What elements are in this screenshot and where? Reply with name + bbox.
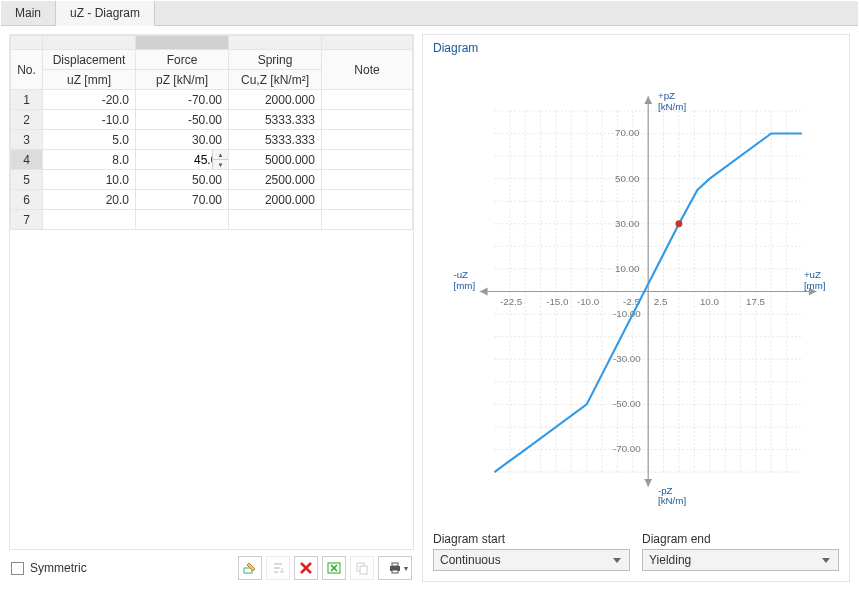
- svg-text:-10.00: -10.00: [613, 308, 641, 319]
- symmetric-checkbox[interactable]: Symmetric: [11, 561, 238, 575]
- col-disp-2: uZ [mm]: [43, 70, 136, 90]
- cell-note[interactable]: [321, 90, 412, 110]
- symmetric-label: Symmetric: [30, 561, 87, 575]
- svg-rect-5: [392, 563, 398, 566]
- col-note: Note: [321, 50, 412, 90]
- tab-main[interactable]: Main: [1, 1, 56, 25]
- spinner-down-icon[interactable]: ▼: [213, 160, 228, 169]
- svg-text:[mm]: [mm]: [453, 280, 475, 291]
- cell-spring[interactable]: 2500.000: [228, 170, 321, 190]
- svg-text:[kN/m]: [kN/m]: [658, 495, 686, 506]
- cell-force[interactable]: [136, 210, 229, 230]
- col-spring-1: Spring: [228, 50, 321, 70]
- cell-disp[interactable]: 10.0: [43, 170, 136, 190]
- excel-button[interactable]: [322, 556, 346, 580]
- checkbox-box[interactable]: [11, 562, 24, 575]
- cell-spring[interactable]: 5333.333: [228, 130, 321, 150]
- col-disp-1: Displacement: [43, 50, 136, 70]
- svg-text:-70.00: -70.00: [613, 443, 641, 454]
- cell-disp[interactable]: -10.0: [43, 110, 136, 130]
- svg-text:2.5: 2.5: [654, 296, 668, 307]
- row-number[interactable]: 5: [11, 170, 43, 190]
- cell-disp[interactable]: -20.0: [43, 90, 136, 110]
- cell-disp[interactable]: 20.0: [43, 190, 136, 210]
- svg-text:17.5: 17.5: [746, 296, 766, 307]
- cell-note[interactable]: [321, 150, 412, 170]
- diagram-title: Diagram: [423, 35, 849, 57]
- svg-point-68: [676, 220, 683, 227]
- svg-text:10.00: 10.00: [615, 263, 640, 274]
- svg-text:-30.00: -30.00: [613, 353, 641, 364]
- cell-force[interactable]: 70.00: [136, 190, 229, 210]
- cell-force[interactable]: ▲▼: [136, 150, 229, 170]
- cell-disp[interactable]: [43, 210, 136, 230]
- data-table[interactable]: No. Displacement Force Spring Note uZ [m…: [10, 35, 413, 230]
- svg-rect-3: [360, 566, 367, 574]
- cell-force[interactable]: -50.00: [136, 110, 229, 130]
- svg-text:+uZ: +uZ: [804, 269, 821, 280]
- diagram-start-label: Diagram start: [433, 532, 630, 546]
- print-button[interactable]: [378, 556, 412, 580]
- cell-disp[interactable]: 5.0: [43, 130, 136, 150]
- diagram-end-label: Diagram end: [642, 532, 839, 546]
- col-force-2: pZ [kN/m]: [136, 70, 229, 90]
- delete-button[interactable]: [294, 556, 318, 580]
- svg-text:-15.0: -15.0: [546, 296, 569, 307]
- row-number[interactable]: 3: [11, 130, 43, 150]
- cell-spring[interactable]: [228, 210, 321, 230]
- cell-note[interactable]: [321, 190, 412, 210]
- diagram-end-select[interactable]: Yielding: [642, 549, 839, 571]
- cell-spring[interactable]: 5333.333: [228, 110, 321, 130]
- row-number[interactable]: 2: [11, 110, 43, 130]
- cell-note[interactable]: [321, 210, 412, 230]
- cell-spring[interactable]: 2000.000: [228, 90, 321, 110]
- cell-note[interactable]: [321, 110, 412, 130]
- svg-text:30.00: 30.00: [615, 218, 640, 229]
- cell-spring[interactable]: 2000.000: [228, 190, 321, 210]
- col-no: No.: [11, 50, 43, 90]
- svg-rect-6: [392, 570, 398, 573]
- svg-text:-22.5: -22.5: [500, 296, 523, 307]
- svg-text:70.00: 70.00: [615, 127, 640, 138]
- cell-note[interactable]: [321, 130, 412, 150]
- spinner-up-icon[interactable]: ▲: [213, 150, 228, 160]
- col-force-1: Force: [136, 50, 229, 70]
- row-number[interactable]: 7: [11, 210, 43, 230]
- cell-note[interactable]: [321, 170, 412, 190]
- row-number[interactable]: 1: [11, 90, 43, 110]
- cell-force[interactable]: 50.00: [136, 170, 229, 190]
- svg-text:[kN/m]: [kN/m]: [658, 101, 686, 112]
- svg-text:-50.00: -50.00: [613, 398, 641, 409]
- cell-force[interactable]: 30.00: [136, 130, 229, 150]
- svg-text:10.0: 10.0: [700, 296, 720, 307]
- svg-text:-pZ: -pZ: [658, 485, 673, 496]
- svg-text:-uZ: -uZ: [453, 269, 468, 280]
- edit-button[interactable]: [238, 556, 262, 580]
- svg-text:+pZ: +pZ: [658, 90, 675, 101]
- sort-button: [266, 556, 290, 580]
- diagram-plot: +pZ[kN/m]-pZ[kN/m]+uZ[mm]-uZ[mm]-22.5-15…: [431, 59, 841, 524]
- col-spring-2: Cu,Z [kN/m²]: [228, 70, 321, 90]
- tab-bar: Main uZ - Diagram: [1, 1, 858, 26]
- diagram-start-select[interactable]: Continuous: [433, 549, 630, 571]
- cell-disp[interactable]: 8.0: [43, 150, 136, 170]
- cell-spring[interactable]: 5000.000: [228, 150, 321, 170]
- svg-text:[mm]: [mm]: [804, 280, 826, 291]
- row-number[interactable]: 4: [11, 150, 43, 170]
- svg-text:-10.0: -10.0: [577, 296, 600, 307]
- svg-text:50.00: 50.00: [615, 173, 640, 184]
- copy-button: [350, 556, 374, 580]
- tab-diagram[interactable]: uZ - Diagram: [56, 1, 155, 26]
- cell-force[interactable]: -70.00: [136, 90, 229, 110]
- row-number[interactable]: 6: [11, 190, 43, 210]
